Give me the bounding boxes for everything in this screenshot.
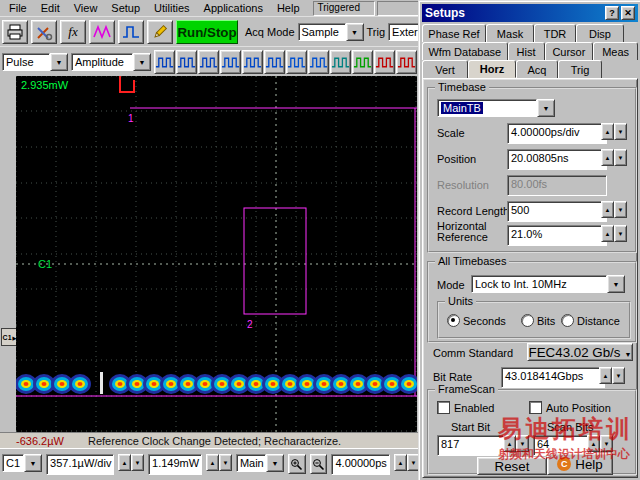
marker-1-label[interactable]: 1: [128, 113, 134, 124]
menu-item[interactable]: View: [67, 1, 105, 15]
decrement-icon[interactable]: [614, 225, 627, 242]
chevron-down-icon[interactable]: [346, 23, 364, 41]
pulse-pattern-icon[interactable]: [220, 50, 241, 74]
menu-item[interactable]: File: [2, 1, 34, 15]
position-field[interactable]: 20.00805ns: [507, 149, 607, 170]
ramp-pattern-icon[interactable]: [330, 50, 351, 74]
units-radio-bits[interactable]: Bits: [521, 314, 555, 327]
math-waveform-icon[interactable]: [89, 20, 115, 44]
menu-item[interactable]: Help: [270, 1, 307, 15]
tab-cursor[interactable]: Cursor: [545, 42, 594, 60]
decrement-icon[interactable]: [131, 454, 144, 471]
menu-item[interactable]: Edit: [34, 1, 67, 15]
tab-mask[interactable]: Mask: [486, 24, 534, 42]
nrz-pattern-icon[interactable]: [176, 50, 197, 74]
pulse-waveform-icon[interactable]: [118, 20, 144, 44]
step-pattern-icon[interactable]: [352, 50, 373, 74]
tab-tdr[interactable]: TDR: [534, 24, 576, 42]
timebase-select[interactable]: MainTB: [437, 99, 555, 117]
clock-pattern-icon[interactable]: [242, 50, 263, 74]
menu-item[interactable]: Utilities: [147, 1, 196, 15]
reset-button[interactable]: Reset: [477, 457, 547, 475]
bit-rate-field[interactable]: 43.018414Gbps: [501, 367, 605, 388]
chevron-down-icon[interactable]: [607, 275, 625, 293]
vertical-offset-field[interactable]: 1.149mW: [148, 454, 202, 475]
framescan-enabled-checkbox[interactable]: Enabled: [437, 401, 494, 414]
waveform-display[interactable]: 1 2 2.935mW C1: [16, 76, 417, 432]
waveform-type-select[interactable]: Pulse: [2, 53, 68, 71]
tab-hist[interactable]: Hist: [508, 42, 545, 60]
increment-icon[interactable]: [601, 149, 614, 166]
fall-marker-icon[interactable]: [396, 50, 417, 74]
decrement-icon[interactable]: [219, 454, 232, 471]
radio-icon: [521, 314, 534, 327]
rz-pattern-icon[interactable]: [198, 50, 219, 74]
increment-icon[interactable]: [601, 201, 614, 218]
horizontal-reference-field[interactable]: 21.0%: [507, 225, 607, 246]
increment-icon[interactable]: [118, 454, 131, 471]
close-button[interactable]: ✕: [621, 6, 635, 20]
increment-icon[interactable]: [503, 435, 516, 452]
trig-source-select[interactable]: External Dir: [388, 23, 420, 41]
burst-pattern-icon[interactable]: [308, 50, 329, 74]
vertical-scale-field[interactable]: 357.1µW/div: [46, 454, 114, 475]
tab-vert[interactable]: Vert: [422, 60, 468, 78]
channel-select[interactable]: C1: [2, 454, 42, 472]
square-pattern-icon[interactable]: [264, 50, 285, 74]
chevron-down-icon[interactable]: [133, 53, 151, 71]
auto-position-checkbox[interactable]: Auto Position: [529, 401, 611, 414]
units-radio-seconds[interactable]: Seconds: [447, 314, 506, 327]
units-radio-distance[interactable]: Distance: [561, 314, 620, 327]
horizontal-scale-field[interactable]: 4.00000ps: [331, 454, 390, 475]
menu-item[interactable]: Setup: [104, 1, 147, 15]
setups-titlebar[interactable]: Setups ? ✕: [422, 4, 638, 22]
decrement-icon[interactable]: [600, 435, 613, 452]
decrement-icon[interactable]: [614, 123, 627, 140]
marker-2-label[interactable]: 2: [247, 319, 253, 330]
printer-icon[interactable]: [2, 20, 28, 44]
decrement-icon[interactable]: [516, 435, 529, 452]
tab-meas[interactable]: Meas: [593, 42, 638, 60]
chevron-down-icon[interactable]: [24, 454, 42, 472]
increment-icon[interactable]: [599, 367, 612, 384]
tab-disp[interactable]: Disp: [576, 24, 624, 42]
acq-mode-value: Sample: [298, 23, 346, 41]
zoom-out-icon[interactable]: [310, 454, 328, 474]
help-button[interactable]: C Help: [547, 453, 613, 475]
increment-icon[interactable]: [601, 225, 614, 242]
tab-wfm-database[interactable]: Wfm Database: [422, 42, 508, 60]
decrement-icon[interactable]: [614, 201, 627, 218]
increment-icon[interactable]: [206, 454, 219, 471]
increment-icon[interactable]: [394, 454, 407, 471]
chevron-down-icon[interactable]: [266, 454, 284, 472]
eye-mask-icon[interactable]: [154, 50, 175, 74]
tab-horz[interactable]: Horz: [468, 60, 516, 78]
context-help-button[interactable]: ?: [605, 6, 619, 20]
start-bit-field[interactable]: 817: [437, 435, 509, 456]
increment-icon[interactable]: [601, 123, 614, 140]
tab-phase-ref[interactable]: Phase Ref: [422, 24, 486, 42]
comm-standard-button[interactable]: FEC43.02 Gb/s: [527, 343, 633, 361]
acq-mode-select[interactable]: Sample: [298, 23, 364, 41]
tab-trig[interactable]: Trig: [558, 60, 602, 78]
decrement-icon[interactable]: [614, 149, 627, 166]
rise-marker-icon[interactable]: [374, 50, 395, 74]
zoom-in-icon[interactable]: [288, 454, 306, 474]
run-stop-button[interactable]: Run/Stop: [176, 20, 238, 44]
tab-acq[interactable]: Acq: [516, 60, 558, 78]
chevron-down-icon[interactable]: [50, 53, 68, 71]
increment-icon[interactable]: [587, 435, 600, 452]
formula-icon[interactable]: fx: [60, 20, 86, 44]
toolbox-icon[interactable]: [31, 20, 57, 44]
start-bit-label: Start Bit: [451, 421, 490, 433]
menu-item[interactable]: Applications: [197, 1, 270, 15]
record-length-field[interactable]: 500: [507, 201, 607, 222]
decrement-icon[interactable]: [612, 367, 625, 384]
scale-field[interactable]: 4.00000ps/div: [507, 123, 607, 144]
timebase-view-select[interactable]: Main: [236, 454, 284, 472]
measurement-select[interactable]: Amplitude: [71, 53, 151, 71]
annotation-pencil-icon[interactable]: [147, 20, 173, 44]
chevron-down-icon[interactable]: [537, 99, 555, 117]
data-pattern-icon[interactable]: [286, 50, 307, 74]
mode-select[interactable]: Lock to Int. 10MHz: [471, 275, 625, 293]
